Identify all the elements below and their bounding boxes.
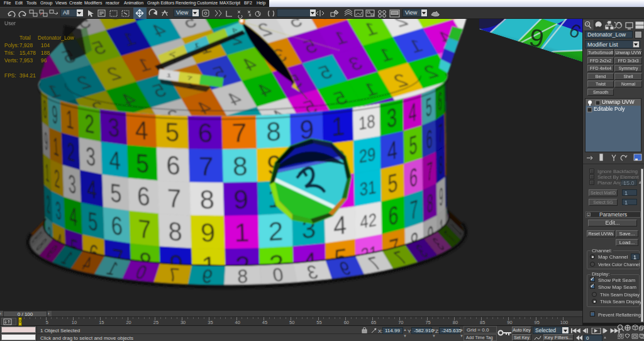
- svg-text:Detonator_Low: Detonator_Low: [38, 35, 75, 41]
- svg-text:4: 4: [387, 135, 397, 166]
- svg-text:7: 7: [438, 118, 443, 148]
- svg-text:FPS:: FPS:: [4, 72, 16, 79]
- svg-text:6: 6: [197, 118, 213, 148]
- svg-text:4: 4: [109, 145, 121, 176]
- svg-text:2: 2: [67, 137, 75, 167]
- svg-text:5: 5: [426, 92, 432, 123]
- svg-text:6: 6: [438, 86, 442, 116]
- svg-text:2: 2: [84, 108, 95, 138]
- svg-text:3: 3: [387, 103, 397, 133]
- svg-text:8: 8: [266, 116, 282, 147]
- svg-text:7,928: 7,928: [19, 42, 33, 48]
- svg-text:1: 1: [53, 131, 59, 162]
- svg-text:User: User: [4, 20, 16, 26]
- svg-text:7: 7: [198, 152, 214, 181]
- svg-text:5: 5: [87, 206, 98, 236]
- svg-text:2: 2: [54, 163, 60, 194]
- svg-text:1: 1: [331, 111, 345, 141]
- svg-text:6: 6: [409, 162, 418, 193]
- svg-text:1: 1: [447, 137, 448, 167]
- svg-text:9: 9: [200, 218, 216, 247]
- svg-text:5: 5: [165, 117, 180, 147]
- svg-text:18: 18: [358, 111, 375, 134]
- svg-text:7: 7: [186, 75, 192, 82]
- svg-text:2: 2: [511, 95, 532, 116]
- svg-text:4: 4: [69, 201, 78, 232]
- svg-text:96: 96: [41, 57, 47, 64]
- svg-text:5: 5: [387, 168, 398, 199]
- svg-text:394.21: 394.21: [19, 72, 36, 79]
- svg-text:5: 5: [109, 177, 122, 208]
- svg-text:104: 104: [41, 42, 50, 48]
- svg-text:8: 8: [199, 184, 215, 214]
- svg-text:3: 3: [68, 169, 77, 199]
- svg-text:7: 7: [138, 215, 152, 244]
- svg-text:Verts:: Verts:: [4, 57, 18, 64]
- svg-text:31: 31: [360, 177, 377, 200]
- svg-text:9: 9: [447, 106, 448, 136]
- svg-text:Total: Total: [19, 35, 31, 41]
- svg-text:4: 4: [87, 174, 97, 204]
- svg-text:6: 6: [388, 200, 399, 232]
- svg-text:7: 7: [410, 194, 418, 225]
- svg-text:2: 2: [448, 168, 449, 198]
- svg-text:3: 3: [447, 165, 447, 193]
- svg-text:1: 1: [234, 218, 250, 247]
- svg-text:5: 5: [450, 113, 472, 134]
- svg-text:9: 9: [52, 99, 58, 130]
- svg-text:6: 6: [136, 181, 150, 211]
- svg-text:Polys:: Polys:: [4, 42, 19, 48]
- svg-text:6: 6: [166, 150, 181, 181]
- svg-text:5: 5: [409, 130, 418, 160]
- svg-text:2: 2: [268, 216, 284, 247]
- svg-text:1: 1: [480, 104, 502, 125]
- svg-text:42: 42: [360, 209, 377, 232]
- svg-text:5: 5: [480, 43, 502, 65]
- svg-text:9: 9: [233, 185, 249, 215]
- svg-text:7: 7: [426, 156, 433, 187]
- svg-text:8: 8: [237, 266, 248, 286]
- svg-text:8: 8: [427, 188, 433, 219]
- svg-text:Tris:: Tris:: [4, 50, 14, 56]
- svg-text:6: 6: [111, 211, 123, 241]
- svg-text:7,953: 7,953: [19, 57, 33, 64]
- svg-text:8: 8: [40, 120, 42, 150]
- svg-text:3: 3: [55, 195, 62, 225]
- svg-text:6: 6: [426, 124, 432, 155]
- svg-text:29: 29: [359, 143, 376, 167]
- svg-text:9: 9: [439, 181, 443, 212]
- svg-text:4: 4: [333, 210, 347, 241]
- svg-text:3: 3: [0, 124, 19, 145]
- svg-text:4: 4: [135, 115, 148, 145]
- svg-text:2: 2: [496, 69, 517, 91]
- svg-text:8: 8: [232, 152, 248, 181]
- svg-text:3: 3: [86, 141, 96, 171]
- svg-text:188: 188: [41, 50, 50, 56]
- svg-text:7: 7: [231, 118, 247, 148]
- svg-text:1: 1: [65, 104, 74, 135]
- svg-text:8: 8: [439, 149, 443, 180]
- svg-text:8: 8: [168, 216, 183, 247]
- svg-text:7: 7: [40, 115, 42, 145]
- svg-text:15,478: 15,478: [19, 50, 36, 56]
- svg-text:2: 2: [13, 89, 34, 111]
- svg-text:1: 1: [166, 72, 172, 79]
- svg-text:5: 5: [136, 148, 150, 178]
- svg-text:3: 3: [108, 112, 120, 143]
- svg-text:7: 7: [167, 183, 182, 213]
- svg-text:3: 3: [465, 78, 487, 99]
- svg-text:4: 4: [408, 98, 417, 128]
